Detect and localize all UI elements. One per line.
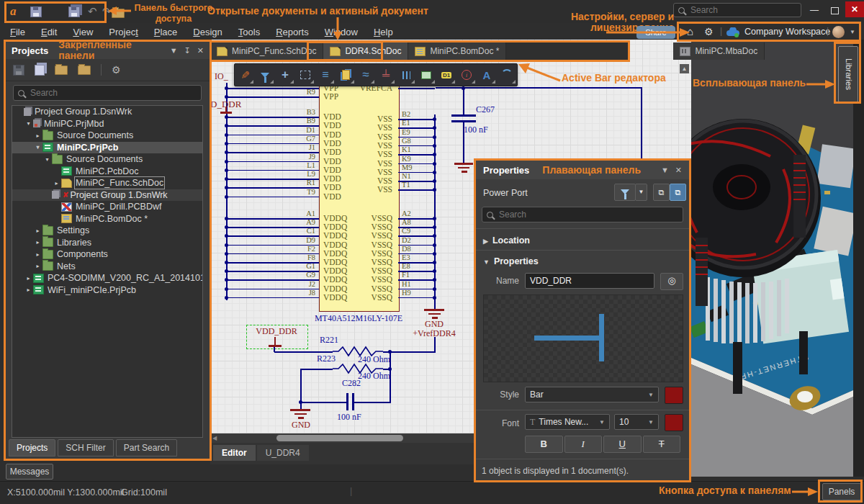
scrollbar-thumb[interactable] — [276, 435, 403, 441]
active-bar-text-icon[interactable]: A — [477, 65, 497, 85]
messages-button[interactable]: Messages — [6, 464, 53, 480]
tree-item-minipc-func-schdoc[interactable]: ▸MiniPC_Func.SchDoc — [12, 177, 202, 189]
close-button[interactable]: ✕ — [845, 1, 864, 17]
pcb-3d-view[interactable]: ETHERNET-HPS — [691, 40, 853, 477]
section-properties[interactable]: ▼Properties — [483, 256, 539, 266]
italic-button[interactable]: I — [564, 436, 603, 453]
tree-expand-icon[interactable]: ▸ — [34, 239, 42, 246]
gear-icon[interactable]: ⚙ — [112, 64, 121, 76]
tree-item-minipc-prjmbd[interactable]: ▾MiniPC.PrjMbd — [12, 118, 202, 130]
menu-item-place[interactable]: Place — [154, 27, 178, 37]
libraries-tab[interactable]: Libraries — [838, 46, 858, 102]
power-port-symbol[interactable] — [274, 337, 276, 345]
undo-icon[interactable]: ↶ — [88, 5, 97, 18]
pin-icon[interactable]: ↧ — [184, 46, 191, 55]
menu-item-reports[interactable]: Reports — [276, 27, 309, 37]
style-select[interactable]: Bar▼ — [525, 387, 659, 402]
capacitor-value[interactable]: 100 nF — [464, 125, 488, 135]
close-icon[interactable]: ✕ — [197, 46, 204, 55]
copy-documents-icon[interactable] — [35, 65, 45, 76]
active-bar-move-icon[interactable]: + — [275, 65, 295, 85]
style-color-swatch[interactable] — [665, 387, 683, 404]
editor-tab-editor[interactable]: Editor — [213, 445, 256, 461]
open-folder-icon[interactable] — [112, 9, 125, 18]
filter-button[interactable] — [614, 184, 636, 201]
gnd-symbol[interactable] — [454, 163, 473, 165]
active-bar-sheet-symbol-icon[interactable] — [416, 65, 436, 85]
active-bar-signals-icon[interactable]: ≈ — [356, 65, 376, 85]
save-icon[interactable] — [13, 65, 24, 76]
menu-item-view[interactable]: View — [73, 27, 93, 37]
menu-item-project[interactable]: Project — [109, 27, 138, 37]
active-bar-align-icon[interactable]: ≡ — [315, 65, 336, 85]
tree-item-pc4-sodimm-v200-rc-a1-20141015[interactable]: ▸PC4-SODIMM_V200_RC_A1_20141015 — [12, 272, 202, 284]
tree-item-minipc-prjpcb[interactable]: ▾MiniPC.PrjPcb — [12, 142, 202, 154]
avatar[interactable] — [832, 26, 845, 38]
active-bar-directive-icon[interactable]: D1 — [436, 65, 456, 85]
tree-item-minipc-drill-pcbdwf[interactable]: MiniPC_Drill.PCBDwf — [12, 201, 202, 213]
tree-item-settings[interactable]: ▸Settings — [12, 225, 202, 237]
doc-tab-ddr4-schdoc[interactable]: DDR4.SchDoc — [323, 42, 408, 60]
menu-item-file[interactable]: File — [10, 27, 25, 37]
projects-search-input[interactable] — [13, 85, 202, 101]
active-bar-filter-icon[interactable] — [255, 65, 275, 85]
capacitor[interactable] — [346, 393, 348, 410]
chevron-down-icon[interactable]: ▼ — [850, 29, 855, 35]
doc-tab-minipc-mbadoc[interactable]: MiniPC.MbaDoc — [673, 42, 765, 60]
font-color-swatch[interactable] — [665, 414, 683, 431]
section-location[interactable]: ▶Location — [483, 235, 530, 246]
doc-tab-minipc-func-schdoc[interactable]: MiniPC_Func.SchDoc — [210, 42, 323, 60]
tree-item-project-group-1-dsnwrk[interactable]: ✘Project Group 1.DsnWrk — [12, 189, 202, 202]
tree-item-minipc-bomdoc-[interactable]: MiniPC.BomDoc * — [12, 213, 202, 225]
tree-expand-icon[interactable]: ▾ — [34, 144, 42, 150]
tree-item-minipc-pcbdoc[interactable]: MiniPC.PcbDoc — [12, 166, 202, 178]
properties-search-input[interactable] — [482, 207, 683, 222]
close-icon[interactable]: ✕ — [675, 166, 682, 175]
menu-item-edit[interactable]: Edit — [41, 27, 57, 37]
tree-item-source-documents[interactable]: ▸Source Documents — [12, 130, 202, 142]
capacitor-ref[interactable]: C282 — [342, 378, 361, 389]
editor-tab-u_ddr4[interactable]: U_DDR4 — [257, 445, 309, 461]
tree-expand-icon[interactable]: ▸ — [34, 132, 42, 139]
gear-icon[interactable]: ⚙ — [704, 26, 714, 37]
bold-button[interactable]: B — [525, 436, 563, 453]
tree-expand-icon[interactable]: ▸ — [24, 275, 32, 282]
tree-item-wifi-minipcie-prjpcb[interactable]: ▸WiFi_miniPCIe.PrjPcb — [12, 284, 202, 297]
maximize-button[interactable] — [825, 3, 844, 17]
menu-item-tools[interactable]: Tools — [238, 27, 260, 37]
strikethrough-button[interactable]: T — [643, 436, 681, 453]
underline-button[interactable]: U — [603, 436, 642, 453]
font-family-select[interactable]: TTimes New...▼ — [525, 414, 610, 430]
home-icon[interactable]: ⌂ — [687, 25, 693, 37]
menu-item-design[interactable]: Design — [193, 27, 222, 37]
tree-expand-icon[interactable]: ▸ — [24, 287, 32, 293]
tree-expand-icon[interactable]: ▾ — [24, 120, 32, 127]
tree-item-project-group-1-dsnwrk[interactable]: Project Group 1.DsnWrk — [12, 106, 202, 118]
tree-item-nets[interactable]: ▸Nets — [12, 261, 202, 273]
tree-expand-icon[interactable]: ▸ — [53, 180, 60, 186]
panel-menu-icon[interactable]: ▼ — [661, 166, 669, 174]
tree-item-source-documents[interactable]: ▾Source Documents — [12, 153, 202, 166]
scroll-up-arrow[interactable]: ▲ — [680, 64, 689, 73]
minimize-button[interactable]: — — [805, 3, 824, 17]
part-number[interactable]: MT40A512M16LY-107E — [279, 313, 438, 324]
name-field[interactable] — [525, 273, 654, 289]
folder-search-icon[interactable] — [55, 66, 68, 75]
tree-expand-icon[interactable]: ▸ — [34, 263, 42, 269]
doc-tab-minipc-bomdoc-[interactable]: MiniPC.BomDoc * — [408, 42, 506, 60]
resistor-ref[interactable]: R221 — [320, 335, 338, 346]
select-objects-button[interactable]: ⧉ — [653, 184, 670, 201]
workspace-label[interactable]: Company Workspace — [744, 27, 830, 37]
share-button[interactable]: Share — [636, 26, 675, 39]
font-size-select[interactable]: 10▼ — [614, 414, 659, 430]
active-bar-select-rect-icon[interactable] — [295, 65, 315, 85]
active-bar-wire-tool-icon[interactable]: ✎ — [235, 65, 255, 85]
tree-item-libraries[interactable]: ▸Libraries — [12, 237, 202, 249]
panel-tab-sch-filter[interactable]: SCH Filter — [58, 439, 113, 456]
eye-icon[interactable]: ◎ — [660, 273, 683, 290]
power-port-label[interactable]: VDD_DDR — [246, 326, 307, 337]
capacitor[interactable] — [451, 114, 476, 117]
redo-icon[interactable]: ↷ — [102, 5, 112, 18]
scroll-left-arrow[interactable]: ◀ — [212, 435, 217, 441]
active-bar-part-icon[interactable] — [336, 65, 356, 85]
